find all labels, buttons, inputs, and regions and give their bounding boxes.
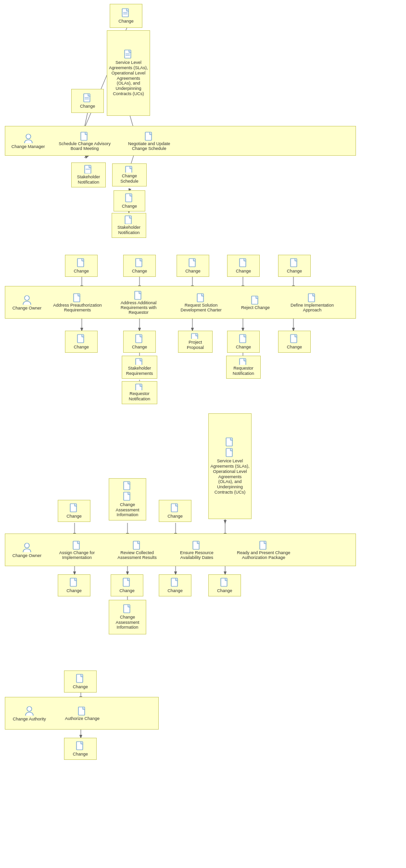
activity-authorize-change: Authorize Change (56, 700, 109, 728)
activity-define-impl: Define Implementation Approach (283, 289, 341, 317)
artifact-change-s3-out1: Change (58, 574, 90, 596)
doc-icon (78, 707, 87, 716)
artifact-change-s2-out4: Change (227, 331, 260, 353)
doc-icon (76, 674, 85, 683)
activity-review-collected: Review Collected Assessment Results (109, 536, 165, 564)
svg-rect-62 (136, 359, 142, 365)
activity-address-additional: Address Additional Requirements with Req… (110, 289, 167, 317)
activity-negotiate: Negotiate and Update Change Schedule (121, 129, 178, 154)
doc-icon (80, 132, 89, 141)
artifact-stakeholder-notif-1: Stakeholder Notification (71, 162, 106, 187)
artifact-change-s2-out5: Change (278, 331, 311, 353)
artifact-change-assessment-in: Change Assessment Information (109, 478, 146, 521)
doc-icon (125, 215, 133, 224)
doc-icon (220, 578, 229, 587)
doc-icon (124, 50, 133, 59)
activity-ready-present: Ready and Present Change Authorization P… (228, 536, 300, 564)
doc-icon (239, 334, 248, 344)
activity-address-preauth: Address Preauthorization Requirements (51, 289, 104, 317)
doc-icon (84, 165, 93, 174)
role-change-owner-1: Change Owner (8, 290, 46, 315)
doc-icon (290, 258, 299, 268)
doc-icon (171, 503, 179, 513)
svg-point-85 (27, 707, 32, 711)
doc-icon (70, 503, 78, 513)
artifact-change-s3-1: Change (58, 500, 90, 522)
artifact-slas: Service Level Agreements (SLAs), Operati… (107, 30, 150, 116)
artifact-change-s4-in: Change (64, 670, 97, 693)
artifact-change-s3-out3: Change (159, 574, 191, 596)
doc-icon (135, 384, 144, 390)
section3-band: Change Owner Assign Change for Implement… (5, 533, 356, 566)
section1-band: Change Manager Schedule Change Advisory … (5, 126, 356, 156)
doc-icon (125, 166, 134, 173)
artifact-change-assessment-out: Change Assessment Information (109, 600, 146, 634)
artifact-change-s2-2: Change (123, 255, 156, 277)
artifact-change-1: Change (110, 4, 142, 28)
doc-icon (191, 333, 200, 339)
role-change-owner-2: Change Owner (8, 538, 46, 563)
doc-icon (77, 334, 86, 344)
person-icon (22, 543, 32, 553)
doc-icon (239, 258, 248, 268)
doc-icon (73, 293, 82, 303)
artifact-change-s3-out2: Change (111, 574, 143, 596)
artifact-change-s3-3: Change (159, 500, 191, 522)
doc-icon (171, 578, 179, 587)
artifact-change-s2-4: Change (227, 255, 260, 277)
artifact-slas-s3: Service Level Agreements (SLAs), Operati… (208, 413, 252, 519)
artifact-change-s4-out: Change (64, 738, 97, 760)
doc-icon (145, 132, 153, 141)
svg-rect-66 (240, 359, 246, 365)
artifact-change-s2-3: Change (177, 255, 209, 277)
section4-band: Change Authority Authorize Change (5, 697, 159, 730)
doc-icon (251, 296, 260, 305)
activity-ensure-resource: Ensure Resource Availability Dates (171, 536, 223, 564)
doc-icon (259, 541, 268, 550)
doc-icon (76, 741, 85, 751)
doc-icon (134, 291, 143, 300)
activity-reject-change: Reject Change (234, 289, 277, 317)
artifact-change-schedule: Change Schedule (112, 163, 147, 186)
doc-icon (226, 437, 234, 447)
artifact-stakeholder-req: Stakeholder Requirements (122, 356, 157, 379)
person-icon (22, 295, 32, 306)
artifact-requestor-notif-reject: Requestor Notification (226, 356, 261, 379)
doc-icon (133, 541, 141, 550)
artifact-change-s2-out2: Change (123, 331, 156, 353)
artifact-change-3: Change (114, 190, 145, 211)
artifact-project-proposal: Project Proposal (178, 331, 213, 353)
section2-band: Change Owner Address Preauthorization Re… (5, 286, 356, 319)
doc-icon (189, 258, 197, 268)
activity-assign-change: Assign Change for Implementation (51, 536, 103, 564)
person-icon (25, 706, 34, 717)
doc-icon (135, 358, 144, 365)
doc-icon (125, 193, 134, 203)
doc-icon (73, 541, 81, 550)
artifact-change-s2-out1: Change (65, 331, 98, 353)
doc-icon (308, 293, 317, 303)
doc-icon (122, 8, 130, 18)
doc-icon-2 (123, 492, 132, 501)
artifact-change-s3-out4: Change (208, 574, 241, 596)
doc-icon (239, 358, 248, 365)
activity-request-solution: Request Solution Development Charter (173, 289, 229, 317)
artifact-requestor-notif-s2: Requestor Notification (122, 381, 157, 404)
doc-icon (70, 578, 78, 587)
role-change-authority: Change Authority (8, 701, 51, 726)
svg-line-3 (84, 156, 88, 158)
svg-rect-63 (136, 384, 142, 390)
artifact-change-2: Change (71, 89, 104, 113)
artifact-change-s2-1: Change (65, 255, 98, 277)
artifact-change-s2-5: Change (278, 255, 311, 277)
artifact-stakeholder-notif-2: Stakeholder Notification (112, 213, 146, 238)
svg-point-41 (26, 134, 31, 139)
doc-icon (123, 604, 132, 614)
process-diagram: Change Service Level Agreements (SLAs), … (0, 0, 406, 868)
doc-icon (83, 93, 92, 103)
svg-rect-64 (191, 334, 198, 339)
doc-icon (197, 293, 205, 303)
doc-icon (290, 334, 299, 344)
svg-point-54 (25, 296, 29, 300)
doc-icon (123, 578, 131, 587)
